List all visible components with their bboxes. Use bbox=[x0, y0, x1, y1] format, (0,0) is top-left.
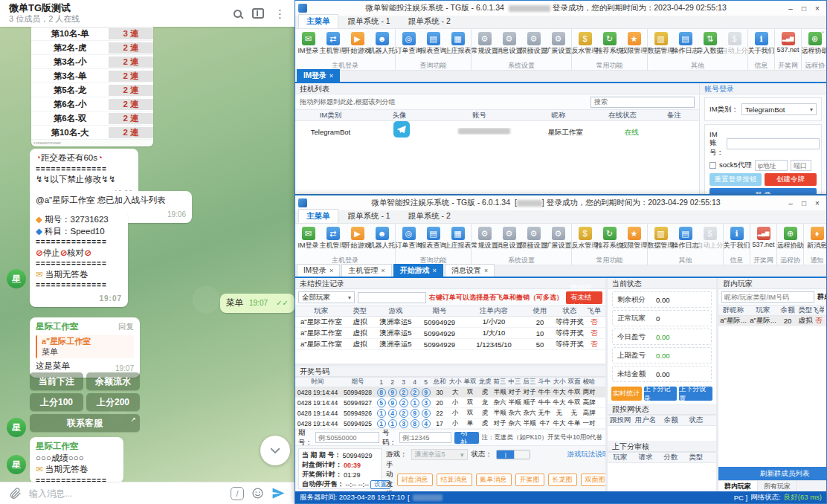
table-row[interactable]: 0428 19:14:44509949275921320小双龙杂六半顺顺子牛牛牛… bbox=[295, 398, 605, 408]
avatar[interactable]: 星 bbox=[7, 418, 26, 437]
toolbar-item[interactable]: ▦上庄报表 bbox=[445, 224, 470, 256]
player-filter-select[interactable]: 全部玩家▾ bbox=[298, 291, 355, 303]
toolbar-item[interactable]: ⇅导入数据 bbox=[698, 30, 722, 61]
toolbar-item[interactable]: ⚙消息设置 bbox=[497, 30, 521, 61]
column-header[interactable]: 游戏 bbox=[373, 306, 419, 316]
ribbon-collapse-icon[interactable]: ˆ bbox=[822, 30, 824, 38]
close-button[interactable]: × bbox=[811, 198, 823, 208]
toolbar-item[interactable]: ☻机器人托 bbox=[370, 224, 394, 256]
document-tab[interactable]: 开始游戏× bbox=[393, 264, 443, 277]
column-header[interactable]: 总和 bbox=[431, 378, 448, 387]
send-icon[interactable] bbox=[271, 486, 286, 500]
toolbar-item[interactable]: ⇄主机管理 bbox=[321, 30, 345, 61]
ribbon-tab[interactable]: 主菜单 bbox=[298, 209, 338, 223]
credit-records-button[interactable]: 上下分记录 bbox=[644, 387, 678, 401]
ribbon-tab[interactable]: 跟单系统 - 2 bbox=[400, 14, 459, 28]
message-input[interactable] bbox=[29, 488, 223, 499]
toolbar-item[interactable]: ▶开始游戏 bbox=[345, 224, 370, 256]
quoted-message[interactable]: a"星际工作室 菜单 bbox=[36, 335, 134, 359]
menu-kebab-icon[interactable]: ⋮ bbox=[274, 8, 286, 19]
column-header[interactable]: 龙虎 bbox=[477, 378, 492, 387]
toolbar-item[interactable]: ⇄主机管理 bbox=[321, 224, 345, 256]
column-header[interactable]: 请求 bbox=[633, 453, 658, 462]
close-icon[interactable]: × bbox=[329, 72, 333, 80]
table-row[interactable]: 第5名-龙2 連 bbox=[31, 83, 153, 97]
toolbar-item[interactable]: ▶开始游戏 bbox=[345, 30, 370, 61]
toolbar-item[interactable]: ▥数据管理 bbox=[649, 30, 673, 61]
toolbar-item[interactable]: $反水管理 bbox=[573, 30, 597, 61]
search-icon[interactable] bbox=[234, 10, 242, 18]
document-tab[interactable]: IM登录× bbox=[297, 264, 340, 277]
send-draw-image-button[interactable]: 开奖图 bbox=[515, 474, 544, 486]
reply-label[interactable]: 回复 bbox=[118, 321, 134, 332]
column-header[interactable]: 状态 bbox=[553, 306, 587, 316]
login-button[interactable]: 登 录 bbox=[709, 188, 817, 194]
column-header[interactable]: 后三 bbox=[522, 378, 537, 387]
member-search-input[interactable] bbox=[721, 291, 814, 303]
manual-draw-button[interactable]: 手动补奖 bbox=[454, 432, 479, 444]
toolbar-item[interactable]: ↻推荐系统 bbox=[597, 30, 622, 61]
ribbon-tab[interactable]: 跟单系统 - 1 bbox=[340, 209, 399, 223]
toolbar-item[interactable]: ⚙扩展设置 bbox=[546, 224, 570, 256]
toolbar-item[interactable]: $自动上分 bbox=[698, 224, 722, 256]
scroll-down-button[interactable] bbox=[260, 436, 290, 465]
column-header[interactable]: 备注 bbox=[654, 111, 695, 120]
refresh-members-button[interactable]: 刷新群成员列表 bbox=[718, 467, 826, 480]
toolbar-item[interactable]: ▦上庄报表 bbox=[445, 30, 470, 61]
table-row[interactable]: a"星际...a"星际...20虚拟否 bbox=[718, 316, 826, 326]
document-tab[interactable]: IM登录× bbox=[297, 69, 340, 82]
column-header[interactable]: 跟投网 bbox=[608, 416, 633, 425]
column-header[interactable]: IM类别 bbox=[295, 111, 366, 120]
maximize-button[interactable]: □ bbox=[798, 3, 810, 13]
toolbar-item[interactable]: ⚙限额设置 bbox=[521, 224, 546, 256]
column-header[interactable]: 飞单 bbox=[587, 306, 602, 316]
table-row[interactable]: 0428 19:14:44509949251138417小单虎对子杂六半顺牛7牛… bbox=[295, 419, 605, 429]
members-tab[interactable]: 群内玩家 bbox=[718, 481, 758, 491]
paperclip-icon[interactable] bbox=[9, 487, 22, 500]
column-header[interactable]: 余额 bbox=[658, 416, 683, 425]
column-header[interactable]: 飞单 bbox=[814, 306, 824, 315]
table-row[interactable]: a"星际工作室虚拟澳洲幸运5509949291/大/1010等待开奖否 bbox=[295, 328, 605, 339]
column-header[interactable]: 时间 bbox=[295, 378, 340, 387]
table-row[interactable]: 第10名-单3 連 bbox=[31, 27, 153, 41]
avatar[interactable]: 星 bbox=[7, 269, 26, 288]
send-close-msg-button[interactable]: 封盘消息 bbox=[397, 474, 433, 486]
table-row[interactable]: 第6名-小2 連 bbox=[31, 97, 153, 112]
table-row[interactable]: 第3名-单2 連 bbox=[31, 69, 153, 83]
column-header[interactable]: 使用 bbox=[527, 306, 553, 316]
toolbar-item[interactable]: ★权限管理 bbox=[622, 224, 646, 256]
column-header[interactable]: 分数 bbox=[658, 453, 683, 462]
toolbar-item[interactable]: ⚙限额设置 bbox=[521, 30, 546, 61]
table-row[interactable]: 第2名-虎2 連 bbox=[31, 41, 153, 55]
toolbar-item[interactable]: ◎订单查询 bbox=[396, 30, 421, 61]
table-row[interactable]: 第3名-小2 連 bbox=[31, 55, 153, 69]
column-header[interactable]: 大小 bbox=[448, 378, 463, 387]
column-header[interactable]: 5 bbox=[420, 378, 431, 386]
emoji-icon[interactable] bbox=[251, 487, 264, 500]
column-header[interactable]: 账号 bbox=[433, 111, 526, 120]
chat-title-block[interactable]: 微单TG版测试 3 位成员，2 人在线 bbox=[9, 2, 223, 25]
close-icon[interactable]: × bbox=[484, 267, 488, 274]
toolbar-item[interactable]: ▤操作日志 bbox=[673, 30, 698, 61]
issue-input[interactable] bbox=[315, 432, 379, 443]
column-header[interactable]: 玩家 bbox=[608, 453, 633, 462]
column-header[interactable]: 类型 bbox=[683, 453, 709, 462]
ip-input[interactable] bbox=[755, 160, 788, 171]
sidebar-toggle-icon[interactable] bbox=[252, 8, 264, 19]
toolbar-item[interactable]: ⚙消息设置 bbox=[497, 224, 521, 256]
close-icon[interactable]: × bbox=[381, 267, 384, 274]
document-tab[interactable]: 消息设置× bbox=[445, 264, 495, 277]
avatar[interactable]: 星 bbox=[7, 455, 26, 474]
column-header[interactable]: 玩家 bbox=[748, 306, 778, 315]
column-header[interactable]: 单双 bbox=[463, 378, 477, 387]
toolbar-item[interactable]: ⚙扩展设置 bbox=[546, 30, 570, 61]
close-button[interactable]: × bbox=[811, 3, 823, 13]
toolbar-item[interactable]: ▤操作日志 bbox=[673, 224, 698, 256]
window-titlebar[interactable]: 微单智能投注娱乐系统 - TG版 - 6.0.1.34 登录成功，您的到期时间为… bbox=[295, 1, 826, 16]
toolbar-item[interactable]: ℹ关于我们 bbox=[749, 30, 773, 61]
column-header[interactable]: 在线状态 bbox=[591, 111, 654, 120]
column-header[interactable]: 用户名 bbox=[633, 416, 658, 425]
toolbar-item[interactable]: ⚙常规设置 bbox=[472, 30, 497, 61]
inline-button[interactable]: 余额流水 bbox=[86, 372, 140, 390]
column-header[interactable]: 群昵称 bbox=[718, 306, 748, 315]
